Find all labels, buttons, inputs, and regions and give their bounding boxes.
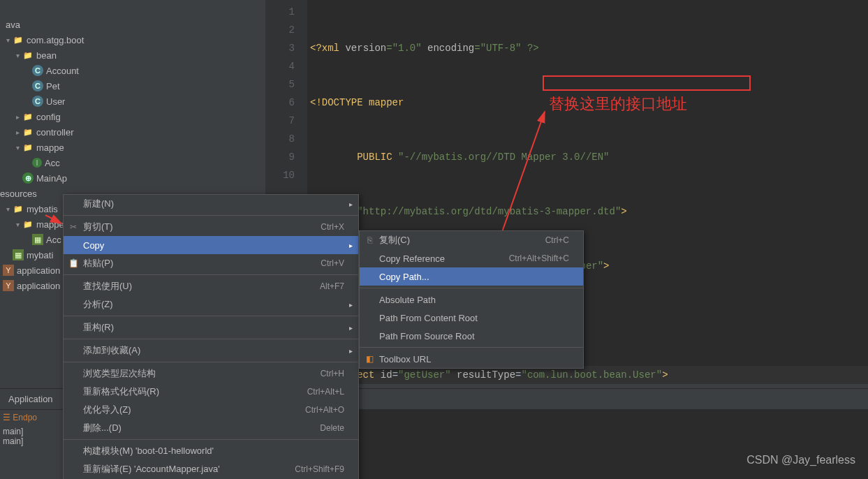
tree-label: User xyxy=(46,96,65,107)
tree-label: Acc xyxy=(46,235,61,245)
log-label: main] xyxy=(3,436,60,446)
tree-label: bean xyxy=(36,50,57,61)
menu-reformat[interactable]: 重新格式化代码(R)Ctrl+Alt+L xyxy=(64,383,358,401)
menu-browse[interactable]: 浏览类型层次结构Ctrl+H xyxy=(64,364,358,383)
menu-analyze[interactable]: 分析(Z)▸ xyxy=(64,295,358,314)
menu-cut[interactable]: ✂剪切(T)Ctrl+X xyxy=(64,218,358,236)
menu-paste[interactable]: 📋粘贴(P)Ctrl+V xyxy=(64,254,358,272)
submenu-absolute-path[interactable]: Absolute Path xyxy=(360,290,583,309)
submenu-copy-path[interactable]: Copy Path... xyxy=(360,267,583,286)
tree-label: com.atgg.boot xyxy=(27,35,84,45)
menu-find-usages[interactable]: 查找使用(U)Alt+F7 xyxy=(64,277,358,295)
tree-label: application xyxy=(17,265,60,276)
folder-icon: 📁 xyxy=(22,142,34,153)
toolbox-icon: ◧ xyxy=(364,354,375,364)
folder-icon: 📁 xyxy=(22,50,34,61)
folder-icon: 📁 xyxy=(22,219,34,230)
tree-label: config xyxy=(36,112,61,122)
folder-icon: 📁 xyxy=(13,203,24,214)
copy-icon: ⎘ xyxy=(364,235,375,245)
submenu-copy[interactable]: ⎘复制(C)Ctrl+C xyxy=(360,231,583,249)
submenu-toolbox-url[interactable]: ◧Toolbox URL xyxy=(360,350,583,368)
xml-icon: ▦ xyxy=(13,249,24,260)
yaml-icon: Y xyxy=(3,265,14,276)
submenu-source-root[interactable]: Path From Source Root xyxy=(360,327,583,345)
cut-icon: ✂ xyxy=(68,222,79,232)
tree-label: Acc xyxy=(45,158,60,168)
menu-recompile[interactable]: 重新编译(E) 'AccountMapper.java'Ctrl+Shift+F… xyxy=(64,460,358,478)
interface-icon: I xyxy=(32,158,42,168)
folder-icon: 📁 xyxy=(22,111,34,122)
tree-label: mappe xyxy=(36,142,64,153)
tree-label: mybatis xyxy=(27,204,58,214)
watermark: CSDN @Jay_fearless xyxy=(746,454,855,466)
paste-icon: 📋 xyxy=(68,258,79,268)
yaml-icon: Y xyxy=(3,280,14,291)
context-menu[interactable]: 新建(N)▸ ✂剪切(T)Ctrl+X Copy▸ 📋粘贴(P)Ctrl+V 查… xyxy=(63,194,359,479)
log-label: main] xyxy=(3,427,60,436)
annotation-text: 替换这里的接口地址 xyxy=(549,94,687,115)
tree-label: Pet xyxy=(46,81,60,91)
class-icon: C xyxy=(32,65,43,76)
menu-copy[interactable]: Copy▸ xyxy=(64,236,358,254)
folder-icon: 📁 xyxy=(13,34,24,45)
tree-label: mappe xyxy=(36,219,64,230)
tree-label: esources xyxy=(0,189,37,199)
menu-new[interactable]: 新建(N)▸ xyxy=(64,195,358,213)
tree-label: Account xyxy=(46,66,79,76)
menu-delete[interactable]: 删除...(D)Delete xyxy=(64,419,358,437)
copy-submenu[interactable]: ⎘复制(C)Ctrl+C Copy ReferenceCtrl+Alt+Shif… xyxy=(359,230,584,369)
tree-label: mybati xyxy=(27,250,53,260)
class-icon: C xyxy=(32,96,43,107)
menu-optimize[interactable]: 优化导入(Z)Ctrl+Alt+O xyxy=(64,401,358,419)
tab-endpoints[interactable]: ☰ Endpo xyxy=(3,413,60,422)
tab-application[interactable]: Application xyxy=(3,394,59,404)
highlight-namespace xyxy=(543,75,751,91)
tree-label: application xyxy=(17,281,60,291)
xml-icon: ▦ xyxy=(32,234,43,245)
submenu-content-root[interactable]: Path From Content Root xyxy=(360,309,583,327)
class-icon: ⊕ xyxy=(22,172,34,184)
menu-favorites[interactable]: 添加到收藏(A)▸ xyxy=(64,341,358,360)
tree-label: MainAp xyxy=(36,173,67,184)
menu-refactor[interactable]: 重构(R)▸ xyxy=(64,318,358,337)
menu-build[interactable]: 构建模块(M) 'boot-01-helloworld' xyxy=(64,442,358,460)
class-icon: C xyxy=(32,80,43,91)
folder-icon: 📁 xyxy=(22,126,34,138)
submenu-copy-reference[interactable]: Copy ReferenceCtrl+Alt+Shift+C xyxy=(360,249,583,267)
tree-label: controller xyxy=(36,127,73,138)
